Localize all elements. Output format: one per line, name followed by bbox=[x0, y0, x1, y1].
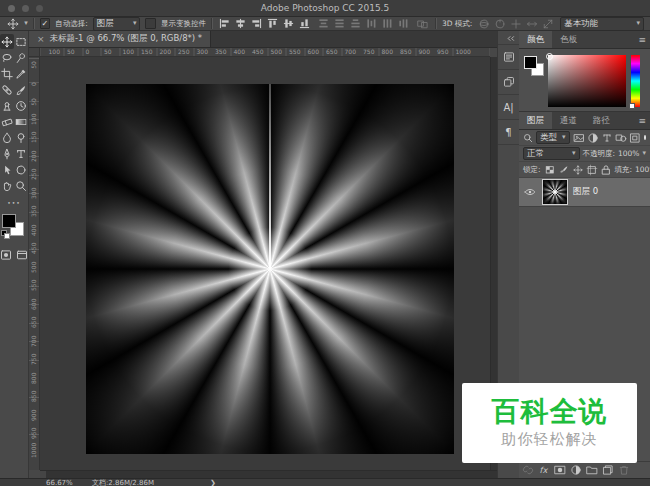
paragraph-panel-icon[interactable]: ¶ bbox=[498, 120, 519, 145]
ruler-corner[interactable] bbox=[29, 48, 40, 57]
lock-position-icon[interactable] bbox=[572, 164, 584, 176]
character-panel-icon[interactable]: A| bbox=[498, 95, 519, 120]
quick-mask-icon[interactable] bbox=[0, 248, 13, 262]
3d-slide-icon[interactable] bbox=[525, 17, 539, 31]
auto-select-dropdown[interactable]: 图层 ▾ bbox=[93, 17, 141, 31]
smart-filter-icon[interactable] bbox=[629, 132, 641, 144]
tab-channels[interactable]: 通道 bbox=[552, 112, 585, 129]
default-colors-icon[interactable] bbox=[1, 230, 9, 238]
quick-selection-icon[interactable] bbox=[14, 50, 28, 65]
pen-icon[interactable] bbox=[0, 146, 14, 161]
path-selection-icon[interactable] bbox=[0, 162, 14, 177]
marquee-icon[interactable] bbox=[14, 34, 28, 49]
show-transform-checkbox[interactable] bbox=[145, 18, 156, 29]
lock-pixels-icon[interactable] bbox=[558, 164, 570, 176]
move-tool-icon[interactable] bbox=[6, 17, 19, 31]
canvas[interactable] bbox=[86, 84, 454, 454]
fill-value[interactable]: 100% bbox=[635, 165, 650, 174]
move-icon[interactable] bbox=[0, 34, 14, 49]
delete-icon[interactable] bbox=[617, 463, 630, 476]
align-center-h-icon[interactable] bbox=[234, 17, 248, 31]
auto-align-icon[interactable] bbox=[416, 17, 430, 31]
mask-icon[interactable] bbox=[553, 463, 566, 476]
tab-layers[interactable]: 图层 bbox=[519, 112, 552, 129]
align-bottom-icon[interactable] bbox=[298, 17, 312, 31]
new-layer-icon[interactable] bbox=[601, 463, 614, 476]
layer-row[interactable]: 图层 0 bbox=[519, 178, 650, 207]
clone-stamp-icon[interactable] bbox=[0, 98, 14, 113]
tab-swatches[interactable]: 色板 bbox=[552, 31, 585, 48]
minimize-window-button[interactable] bbox=[22, 5, 29, 12]
shape-filter-icon[interactable] bbox=[615, 132, 627, 144]
libraries-panel-icon[interactable] bbox=[498, 70, 519, 95]
filter-toggle-icon[interactable] bbox=[644, 135, 646, 140]
pasteboard[interactable] bbox=[40, 57, 490, 470]
type-icon[interactable] bbox=[14, 146, 28, 161]
3d-scale-icon[interactable] bbox=[541, 17, 555, 31]
crop-icon[interactable] bbox=[0, 66, 14, 81]
dist-center-v-icon[interactable] bbox=[333, 17, 347, 31]
align-left-icon[interactable] bbox=[218, 17, 232, 31]
lasso-icon[interactable] bbox=[0, 50, 14, 65]
document-tab[interactable]: × 未标题-1 @ 66.7% (图层 0, RGB/8*) * bbox=[29, 31, 211, 47]
hue-slider[interactable] bbox=[631, 55, 640, 107]
pixel-filter-icon[interactable] bbox=[573, 132, 585, 144]
blur-icon[interactable] bbox=[0, 130, 14, 145]
tab-color[interactable]: 颜色 bbox=[519, 31, 552, 48]
3d-roll-icon[interactable] bbox=[493, 17, 507, 31]
hand-icon[interactable] bbox=[0, 178, 14, 193]
lock-transparency-icon[interactable] bbox=[544, 164, 556, 176]
dist-center-h-icon[interactable] bbox=[381, 17, 395, 31]
dodge-icon[interactable] bbox=[14, 130, 28, 145]
auto-select-checkbox[interactable]: ✓ bbox=[40, 18, 51, 29]
zoom-icon[interactable] bbox=[14, 178, 28, 193]
tool-preset-chevron-icon[interactable]: ▾ bbox=[24, 20, 28, 27]
eyedropper-icon[interactable] bbox=[14, 66, 28, 81]
gradient-icon[interactable] bbox=[14, 114, 28, 129]
chevron-down-icon[interactable]: ▾ bbox=[642, 150, 646, 157]
saturation-brightness-field[interactable] bbox=[548, 55, 626, 107]
dist-left-icon[interactable] bbox=[365, 17, 379, 31]
vertical-ruler[interactable]: 5005010015020025030035040045050055060065… bbox=[29, 57, 40, 470]
type-filter-icon[interactable] bbox=[601, 132, 613, 144]
eraser-icon[interactable] bbox=[0, 114, 14, 129]
history-panel-icon[interactable] bbox=[498, 44, 519, 70]
align-right-icon[interactable] bbox=[250, 17, 264, 31]
fx-icon[interactable]: fx bbox=[537, 463, 550, 476]
group-icon[interactable] bbox=[585, 463, 598, 476]
3d-rotate-icon[interactable] bbox=[477, 17, 491, 31]
dist-right-icon[interactable] bbox=[397, 17, 411, 31]
panel-menu-icon[interactable]: ≡ bbox=[638, 116, 650, 126]
foreground-color-swatch[interactable] bbox=[2, 214, 16, 228]
horizontal-ruler[interactable]: 1005005010015020025030035040045050055060… bbox=[40, 48, 490, 57]
lock-all-icon[interactable] bbox=[600, 164, 612, 176]
horizontal-scrollbar[interactable] bbox=[40, 470, 497, 478]
3d-drag-icon[interactable] bbox=[509, 17, 523, 31]
close-tab-icon[interactable]: × bbox=[37, 34, 45, 44]
shape-icon[interactable] bbox=[14, 162, 28, 177]
dist-bottom-icon[interactable] bbox=[349, 17, 363, 31]
align-center-v-icon[interactable] bbox=[282, 17, 296, 31]
close-window-button[interactable] bbox=[8, 5, 15, 12]
expand-panels-icon[interactable] bbox=[498, 31, 519, 44]
screen-mode-icon[interactable] bbox=[16, 248, 29, 262]
edit-toolbar-icon[interactable]: ••• bbox=[0, 199, 28, 206]
status-menu-icon[interactable]: ❯ bbox=[210, 479, 216, 486]
dist-top-icon[interactable] bbox=[317, 17, 331, 31]
lock-artboard-icon[interactable] bbox=[586, 164, 598, 176]
layer-visibility-eye-icon[interactable] bbox=[523, 185, 537, 199]
layer-thumbnail[interactable] bbox=[542, 179, 568, 205]
opacity-value[interactable]: 100% bbox=[618, 149, 639, 158]
history-brush-icon[interactable] bbox=[14, 98, 28, 113]
foreground-color-swatch[interactable] bbox=[524, 56, 537, 69]
document-size-info[interactable]: 文档:2.86M/2.86M bbox=[92, 479, 154, 486]
adjustment-icon[interactable] bbox=[569, 463, 582, 476]
blend-mode-dropdown[interactable]: 正常 ▾ bbox=[523, 147, 580, 160]
align-top-icon[interactable] bbox=[266, 17, 280, 31]
tab-paths[interactable]: 路径 bbox=[585, 112, 618, 129]
spot-healing-icon[interactable] bbox=[0, 82, 14, 97]
workspace-dropdown[interactable]: 基本功能 ▾ bbox=[560, 17, 644, 31]
panel-menu-icon[interactable]: ≡ bbox=[638, 35, 650, 45]
link-icon[interactable] bbox=[521, 463, 534, 476]
filter-type-dropdown[interactable]: 类型 ▾ bbox=[536, 131, 570, 144]
